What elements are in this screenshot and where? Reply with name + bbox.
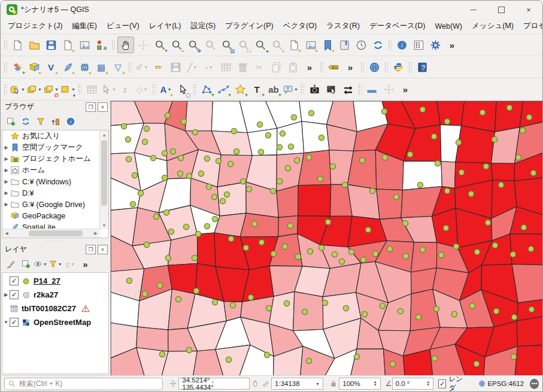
point-feature[interactable]	[266, 305, 271, 311]
point-feature[interactable]	[515, 154, 521, 160]
menu-item[interactable]: プロジェクト(J)	[3, 19, 67, 33]
point-feature[interactable]	[211, 194, 217, 199]
scrollbar-thumb[interactable]	[29, 230, 83, 236]
menu-item[interactable]: プロセシング(C)	[518, 19, 543, 33]
python-console-button[interactable]	[390, 59, 406, 75]
point-feature[interactable]	[382, 154, 387, 160]
point-feature[interactable]	[403, 253, 408, 259]
point-feature[interactable]	[485, 220, 490, 225]
select-by-location-button[interactable]: ♦▼	[60, 81, 75, 97]
point-feature[interactable]	[212, 299, 217, 305]
map-polygon[interactable]	[277, 186, 298, 218]
point-feature[interactable]	[198, 171, 204, 176]
browser-item-project-home[interactable]: ▶プロジェクトホーム	[2, 153, 100, 165]
point-feature[interactable]	[285, 165, 290, 171]
show-layout-manager-button[interactable]	[77, 37, 92, 53]
point-feature[interactable]	[178, 155, 183, 160]
point-feature[interactable]	[433, 306, 439, 311]
import-photos-button[interactable]	[307, 81, 322, 97]
browser-refresh-button[interactable]	[19, 115, 32, 129]
map-polygon[interactable]	[198, 233, 216, 267]
layers-close-button[interactable]: ×	[98, 245, 108, 254]
point-feature[interactable]	[474, 249, 480, 254]
point-feature[interactable]	[435, 160, 440, 166]
point-feature[interactable]	[192, 255, 197, 260]
point-feature[interactable]	[362, 311, 367, 317]
point-feature[interactable]	[393, 194, 399, 199]
point-feature[interactable]	[317, 176, 323, 181]
point-feature[interactable]	[251, 221, 257, 226]
zoom-to-layer-button[interactable]: ▤	[219, 37, 235, 53]
point-feature[interactable]	[277, 144, 282, 150]
point-feature[interactable]	[526, 114, 532, 120]
new-shapefile-layer-button[interactable]: V✦	[43, 59, 59, 75]
menu-item[interactable]: 編集(E)	[67, 19, 102, 33]
point-feature[interactable]	[282, 244, 287, 249]
layer-item-osm[interactable]: ▼✓OpenStreetMap	[2, 315, 108, 329]
point-feature[interactable]	[325, 219, 330, 224]
point-feature[interactable]	[510, 251, 515, 257]
map-polygon[interactable]	[293, 291, 323, 330]
point-feature[interactable]	[177, 171, 183, 176]
point-feature[interactable]	[343, 305, 348, 311]
add-line-annotation-button[interactable]: +	[216, 81, 231, 97]
browser-item-c-drive[interactable]: ▶C:¥ (Windows)	[2, 176, 100, 187]
layer-visibility-checkbox[interactable]: ✓	[10, 290, 19, 299]
layer-item-r2ka27[interactable]: ▶✓r2ka27	[2, 288, 108, 302]
browser-item-d-drive[interactable]: ▶D:¥	[2, 187, 100, 199]
map-polygon[interactable]	[302, 121, 329, 153]
point-feature[interactable]	[306, 154, 311, 160]
point-feature[interactable]	[291, 114, 296, 120]
point-feature[interactable]	[228, 236, 233, 241]
point-feature[interactable]	[306, 358, 311, 363]
point-feature[interactable]	[468, 191, 474, 196]
save-project-button[interactable]	[43, 37, 59, 53]
point-feature[interactable]	[226, 357, 231, 362]
expander-icon[interactable]: ▶	[2, 145, 10, 150]
select-features-button[interactable]: ▼	[10, 81, 25, 97]
zoom-full-button[interactable]: ✥	[186, 37, 201, 53]
toolbar-overflow-button[interactable]: »	[302, 59, 317, 75]
map-polygon[interactable]	[456, 126, 495, 163]
new-print-layout-button[interactable]: ✦	[60, 37, 75, 53]
point-feature[interactable]	[483, 163, 489, 169]
menu-item[interactable]: Web(W)	[430, 20, 467, 32]
point-feature[interactable]	[332, 251, 337, 257]
menu-item[interactable]: ベクタ(O)	[278, 19, 321, 33]
toolbar-overflow-button[interactable]: »	[398, 81, 413, 97]
move-label-button[interactable]: ▢	[175, 81, 190, 97]
browser-vertical-scrollbar[interactable]: ▲ ▼	[99, 130, 108, 229]
deselect-features-button[interactable]: ∅▼	[43, 81, 59, 97]
point-feature[interactable]	[295, 254, 301, 259]
point-feature[interactable]	[271, 251, 276, 256]
point-feature[interactable]	[530, 170, 536, 175]
point-feature[interactable]	[280, 130, 285, 136]
point-feature[interactable]	[288, 144, 293, 149]
point-feature[interactable]	[354, 354, 359, 359]
map-canvas[interactable]	[111, 101, 542, 375]
point-feature[interactable]	[348, 249, 354, 254]
point-feature[interactable]	[342, 182, 347, 187]
point-feature[interactable]	[270, 188, 275, 193]
point-feature[interactable]	[407, 151, 412, 157]
menu-item[interactable]: ラスタ(R)	[321, 19, 365, 33]
point-feature[interactable]	[520, 127, 525, 133]
metasearch-button[interactable]	[366, 59, 382, 75]
point-feature[interactable]	[121, 123, 126, 129]
show-spatial-bookmarks-button[interactable]	[336, 37, 352, 53]
map-polygon[interactable]	[136, 327, 168, 351]
point-feature[interactable]	[162, 150, 167, 156]
minimize-button[interactable]	[460, 1, 487, 19]
point-feature[interactable]	[227, 161, 233, 166]
menu-item[interactable]: ビュー(V)	[102, 19, 144, 33]
map-polygon[interactable]	[441, 162, 456, 189]
point-feature[interactable]	[243, 245, 248, 250]
browser-horizontal-scrollbar[interactable]: ◀ ▶	[2, 229, 100, 238]
point-feature[interactable]	[359, 157, 365, 163]
rotation-input[interactable]: 0.0 °▲▼	[392, 378, 434, 390]
point-feature[interactable]	[153, 214, 159, 219]
new-map-view-button[interactable]: ✦	[286, 37, 302, 53]
point-feature[interactable]	[264, 352, 269, 357]
point-feature[interactable]	[126, 156, 131, 162]
layer-visibility-checkbox[interactable]: ✓	[10, 276, 19, 285]
